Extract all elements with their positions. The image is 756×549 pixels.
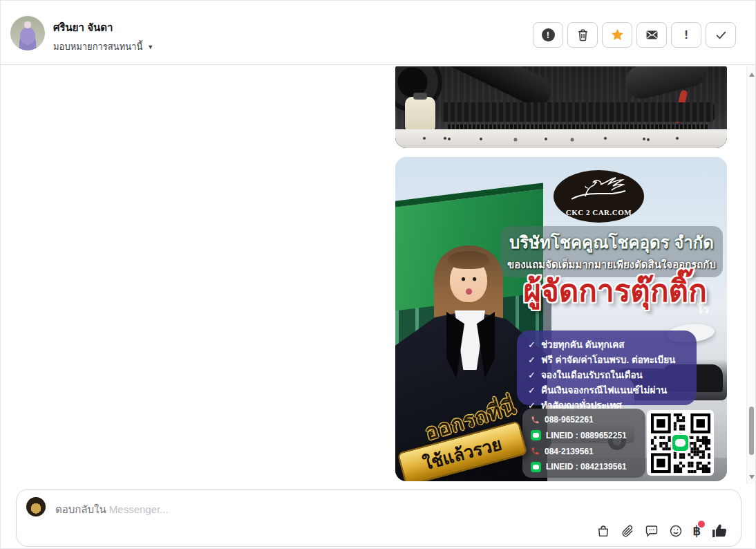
delete-button[interactable] <box>567 22 598 48</box>
woman-bangs <box>448 251 489 269</box>
contact-row: LINEID : 0842139561 <box>531 462 640 472</box>
scroll-down-arrow[interactable] <box>749 475 755 479</box>
check-icon: ✓ <box>528 370 536 380</box>
like-icon <box>711 522 728 539</box>
message-image-engine[interactable] <box>395 66 727 148</box>
messenger-inbox-panel: ศรินยา จันดา มอบหมายการสนทนานี้ ▼ ! <box>0 0 756 549</box>
saved-replies-button[interactable] <box>645 524 659 538</box>
coolant-reservoir <box>405 97 435 134</box>
paperclip-icon <box>621 524 634 538</box>
payment-button[interactable]: ฿ <box>693 524 701 538</box>
mark-done-button[interactable] <box>706 22 736 48</box>
chat-bubble-icon <box>645 524 659 538</box>
message-image-promo[interactable]: โร CKC 2 CAR.COM บริษัทโชคคูณโชคอุดร จำก… <box>395 157 727 481</box>
phone-icon <box>531 447 540 456</box>
mark-unread-button[interactable] <box>636 22 667 48</box>
line-icon <box>531 462 541 472</box>
promo-title: ผู้จัดการตุ๊กติ๊ก <box>506 272 724 310</box>
mark-spam-button[interactable]: ! <box>533 22 563 48</box>
star-icon <box>610 28 625 42</box>
checklist-item: ✓ฟรี ค่าจัด/ค่าโอนพรบ. ต่อทะเบียน <box>528 352 688 367</box>
composer-toolbar: ฿ <box>596 522 728 539</box>
scroll-thumb[interactable] <box>749 407 754 455</box>
contact-name: ศรินยา จันดา <box>53 19 113 36</box>
placeholder-suffix: Messenger... <box>109 503 169 515</box>
contact-box: 088-9652261 LINEID : 0889652251 084-2139… <box>522 409 645 478</box>
chevron-down-icon: ▼ <box>147 44 153 50</box>
header-action-bar: ! ! <box>533 22 736 48</box>
exclamation-circle-icon: ! <box>542 28 555 41</box>
reservoir-cap <box>413 93 427 100</box>
bumper-frame <box>395 129 727 148</box>
assign-label: มอบหมายการสนทนานี้ <box>53 39 142 54</box>
contact-row: 088-9652261 <box>531 415 640 425</box>
line-qr-logo <box>671 434 690 452</box>
benefits-checklist: ✓ช่วยทุกคัน ดันทุกเคส ✓ฟรี ค่าจัด/ค่าโอน… <box>517 331 697 405</box>
contact-avatar[interactable] <box>10 16 45 50</box>
placeholder-prefix: ตอบกลับใน <box>55 503 106 515</box>
reply-input[interactable]: ตอบกลับใน Messenger... <box>55 501 169 518</box>
radiator-bar <box>441 102 715 122</box>
emoji-button[interactable] <box>669 524 683 538</box>
ckc-logo: CKC 2 CAR.COM <box>554 170 644 223</box>
contact-row: 084-2139561 <box>531 447 640 456</box>
logo-text: CKC 2 CAR.COM <box>566 208 632 216</box>
attach-file-button[interactable] <box>621 524 634 538</box>
radiator-grille <box>448 124 709 129</box>
pegasus-icon <box>565 176 633 206</box>
bag-icon <box>596 524 610 538</box>
company-name: บริษัทโชคคูณโชคอุดร จำกัด <box>500 229 723 256</box>
emoji-icon <box>669 524 683 538</box>
promo-subtitle: ของแถมจัดเต็มมากมายเพียงตัดสินใจออกรถกับ <box>496 257 727 273</box>
checklist-item: ✓ช่วยทุกคัน ดันทุกเคส <box>528 337 688 352</box>
scrollbar[interactable] <box>746 66 756 484</box>
bumper-bolt-holes <box>423 137 426 140</box>
like-button[interactable] <box>711 522 728 539</box>
qr-code <box>647 410 714 476</box>
envelope-icon <box>645 28 659 41</box>
mark-important-button[interactable]: ! <box>671 22 701 48</box>
assign-conversation-dropdown[interactable]: มอบหมายการสนทนานี้ ▼ <box>53 39 153 54</box>
reply-composer[interactable]: ตอบกลับใน Messenger... <box>16 489 741 547</box>
page-avatar <box>26 497 46 517</box>
check-icon: ✓ <box>528 339 536 350</box>
exclamation-icon: ! <box>684 28 688 42</box>
conversation-header: ศรินยา จันดา มอบหมายการสนทนานี้ ▼ ! <box>1 1 755 65</box>
trash-icon <box>576 28 589 41</box>
notification-dot <box>698 521 705 528</box>
scroll-up-arrow[interactable] <box>749 73 755 77</box>
line-icon <box>531 430 541 440</box>
star-button[interactable] <box>602 22 632 48</box>
check-icon: ✓ <box>528 355 536 365</box>
checklist-item: ✓คืนเงินจองกรณีไฟแนนซ์ไม่ผ่าน <box>528 382 688 398</box>
check-icon <box>715 28 728 41</box>
checklist-item: ✓จองในเดือนรับรถในเดือน <box>528 367 688 382</box>
shop-bag-button[interactable] <box>596 524 610 538</box>
contact-row: LINEID : 0889652251 <box>531 430 640 440</box>
